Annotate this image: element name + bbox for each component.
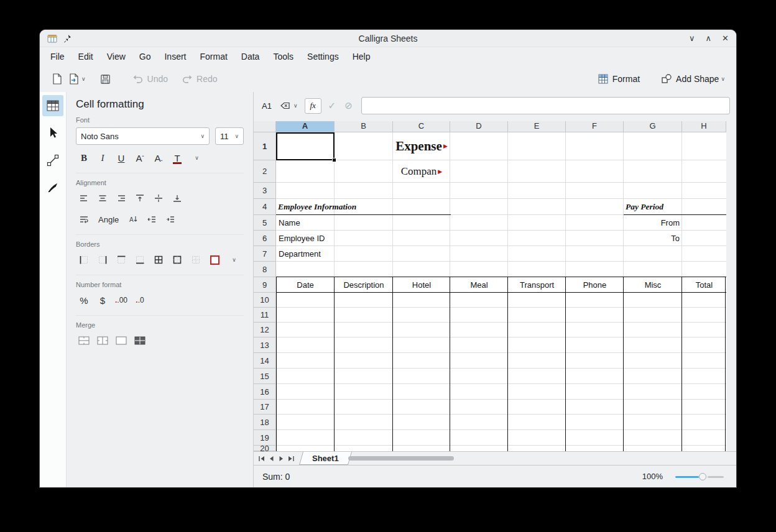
spreadsheet-tool-button[interactable] — [42, 95, 63, 116]
selection-marquee[interactable] — [276, 132, 335, 160]
column-header-D[interactable]: D — [450, 121, 508, 132]
font-color-chevron[interactable]: ∨ — [188, 150, 204, 166]
cancel-button[interactable]: ⊘ — [343, 100, 354, 111]
table-header-phone[interactable]: Phone — [566, 277, 624, 293]
cell-from[interactable]: From — [624, 215, 682, 231]
table-header-total[interactable]: Total — [682, 277, 726, 293]
cell-company-name[interactable]: Compan ▶ — [393, 160, 450, 183]
font-family-select[interactable]: Noto Sans ∨ — [76, 127, 210, 145]
open-document-button[interactable]: ∨ — [65, 70, 88, 88]
table-header-description[interactable]: Description — [335, 277, 393, 293]
row-header-20[interactable]: 20 — [254, 446, 276, 451]
row-header-5[interactable]: 5 — [254, 215, 276, 231]
merge-all-button[interactable] — [113, 332, 129, 349]
menu-edit[interactable]: Edit — [72, 50, 100, 63]
border-top-button[interactable] — [113, 252, 129, 268]
align-bottom-button[interactable] — [169, 190, 185, 206]
font-color-button[interactable]: T — [169, 150, 185, 166]
next-sheet-button[interactable] — [276, 453, 286, 464]
column-header-A[interactable]: A — [276, 121, 335, 132]
decrease-precision-button[interactable]: ..0 — [132, 292, 148, 308]
minimize-button[interactable]: ∨ — [689, 34, 695, 43]
horizontal-scrollbar-thumb[interactable] — [348, 456, 454, 461]
decrease-indent-button[interactable] — [144, 211, 160, 227]
cells-viewport[interactable]: DateDescriptionHotelMealTransportPhoneMi… — [276, 132, 726, 451]
font-size-select[interactable]: 11 ∨ — [215, 127, 244, 145]
row-header-12[interactable]: 12 — [254, 323, 276, 337]
column-header-H[interactable]: H — [682, 121, 726, 132]
last-sheet-button[interactable] — [286, 453, 296, 464]
subscript-button[interactable]: Aˬ — [150, 150, 167, 166]
row-header-6[interactable]: 6 — [254, 231, 276, 246]
cell-name[interactable]: Name — [276, 215, 369, 231]
table-header-transport[interactable]: Transport — [508, 277, 566, 293]
pin-icon[interactable] — [63, 34, 72, 43]
close-button[interactable]: ✕ — [722, 34, 729, 43]
menu-insert[interactable]: Insert — [157, 50, 193, 63]
first-sheet-button[interactable] — [256, 453, 266, 464]
formula-input[interactable] — [361, 97, 730, 114]
previous-sheet-button[interactable] — [266, 453, 276, 464]
cell-department[interactable]: Department — [276, 246, 369, 262]
maximize-button[interactable]: ∧ — [706, 34, 712, 43]
row-header-15[interactable]: 15 — [254, 369, 276, 384]
currency-format-button[interactable]: $ — [95, 292, 111, 308]
angle-button[interactable]: Angle — [95, 211, 122, 227]
wrap-text-button[interactable] — [76, 211, 92, 227]
accept-button[interactable]: ✓ — [326, 100, 338, 111]
menu-format[interactable]: Format — [193, 50, 234, 63]
percent-format-button[interactable]: % — [76, 292, 92, 308]
select-all-corner[interactable] — [254, 121, 276, 132]
cell-expense-title[interactable]: Expense ▶ — [393, 132, 450, 160]
row-header-2[interactable]: 2 — [254, 160, 276, 183]
zoom-slider[interactable] — [675, 472, 724, 481]
save-button[interactable] — [97, 70, 114, 88]
cell-employee-information[interactable]: Employee Information — [276, 199, 451, 215]
superscript-button[interactable]: Aˆ — [132, 150, 148, 166]
undo-button[interactable]: Undo — [130, 70, 170, 88]
border-color-button[interactable] — [206, 252, 223, 268]
row-header-3[interactable]: 3 — [254, 183, 276, 199]
table-header-misc[interactable]: Misc — [624, 277, 682, 293]
column-header-F[interactable]: F — [566, 121, 624, 132]
menu-view[interactable]: View — [100, 50, 132, 63]
row-header-11[interactable]: 11 — [254, 308, 276, 323]
align-top-button[interactable] — [132, 190, 148, 206]
table-header-date[interactable]: Date — [276, 277, 335, 293]
selection-tool-button[interactable] — [42, 122, 63, 144]
add-shape-button[interactable]: Add Shape ∨ — [658, 70, 728, 88]
merge-vertical-button[interactable] — [95, 332, 111, 349]
border-all-button[interactable] — [150, 252, 167, 268]
table-header-meal[interactable]: Meal — [450, 277, 508, 293]
sheet-tab-sheet1[interactable]: Sheet1 — [299, 452, 352, 465]
function-button[interactable]: fx — [305, 98, 321, 114]
menu-data[interactable]: Data — [234, 50, 267, 63]
cell-to[interactable]: To — [624, 231, 682, 246]
dissolve-merge-button[interactable] — [132, 332, 148, 349]
merge-horizontal-button[interactable] — [76, 332, 92, 349]
menu-file[interactable]: File — [44, 50, 72, 63]
menu-help[interactable]: Help — [346, 50, 377, 63]
menu-go[interactable]: Go — [132, 50, 158, 63]
zoom-slider-handle[interactable] — [699, 473, 706, 480]
align-left-button[interactable] — [76, 190, 92, 206]
align-right-button[interactable] — [113, 190, 129, 206]
titlebar[interactable]: Calligra Sheets ∨ ∧ ✕ — [40, 30, 736, 47]
cell-reference[interactable]: A1 — [260, 101, 274, 111]
column-header-G[interactable]: G — [624, 121, 682, 132]
increase-precision-button[interactable]: ..00 — [113, 292, 129, 308]
increase-indent-button[interactable] — [162, 211, 178, 227]
menu-settings[interactable]: Settings — [300, 50, 346, 63]
border-bottom-button[interactable] — [132, 252, 148, 268]
cell-employee-id[interactable]: Employee ID — [276, 231, 369, 246]
row-header-7[interactable]: 7 — [254, 246, 276, 262]
cell-reference-dropdown[interactable]: ∨ — [279, 101, 300, 111]
format-button[interactable]: Format — [595, 70, 642, 88]
row-header-8[interactable]: 8 — [254, 262, 276, 277]
italic-button[interactable]: I — [95, 150, 111, 166]
border-none-button[interactable] — [188, 252, 204, 268]
connector-tool-button[interactable] — [42, 150, 63, 171]
row-header-18[interactable]: 18 — [254, 415, 276, 430]
border-left-button[interactable] — [76, 252, 92, 268]
border-outline-button[interactable] — [169, 252, 185, 268]
